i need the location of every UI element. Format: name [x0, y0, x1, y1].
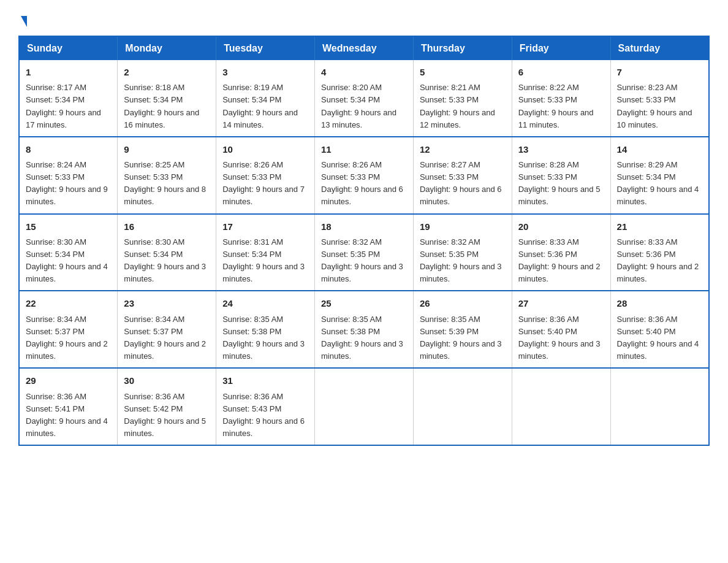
day-number: 27: [518, 296, 604, 310]
sunset-text: Sunset: 5:33 PM: [124, 172, 183, 182]
sunrise-text: Sunrise: 8:20 AM: [321, 83, 382, 92]
calendar-cell: 4Sunrise: 8:20 AMSunset: 5:34 PMDaylight…: [315, 60, 414, 137]
calendar-cell: 1Sunrise: 8:17 AMSunset: 5:34 PMDaylight…: [19, 60, 118, 137]
calendar-cell: 5Sunrise: 8:21 AMSunset: 5:33 PMDaylight…: [413, 60, 512, 137]
sunset-text: Sunset: 5:36 PM: [617, 250, 676, 259]
sunset-text: Sunset: 5:41 PM: [26, 404, 85, 413]
day-number: 12: [420, 142, 506, 156]
sunset-text: Sunset: 5:33 PM: [222, 172, 281, 182]
sunrise-text: Sunrise: 8:26 AM: [222, 160, 283, 169]
calendar-cell: 26Sunrise: 8:35 AMSunset: 5:39 PMDayligh…: [413, 291, 512, 368]
daylight-text: Daylight: 9 hours and 3 minutes.: [518, 339, 601, 361]
calendar-cell: 8Sunrise: 8:24 AMSunset: 5:33 PMDaylight…: [19, 137, 118, 214]
sunrise-text: Sunrise: 8:32 AM: [420, 237, 480, 247]
day-number: 10: [222, 142, 308, 156]
sunset-text: Sunset: 5:33 PM: [321, 172, 380, 182]
daylight-text: Daylight: 9 hours and 5 minutes.: [124, 416, 206, 438]
sunset-text: Sunset: 5:33 PM: [518, 95, 577, 104]
daylight-text: Daylight: 9 hours and 4 minutes.: [26, 262, 108, 283]
sunset-text: Sunset: 5:34 PM: [222, 95, 281, 104]
day-number: 3: [222, 65, 308, 79]
daylight-text: Daylight: 9 hours and 6 minutes.: [321, 185, 403, 206]
sunset-text: Sunset: 5:37 PM: [124, 327, 183, 336]
sunrise-text: Sunrise: 8:34 AM: [26, 315, 86, 324]
calendar-table: SundayMondayTuesdayWednesdayThursdayFrid…: [18, 36, 710, 446]
sunrise-text: Sunrise: 8:17 AM: [26, 83, 86, 92]
calendar-week-row: 22Sunrise: 8:34 AMSunset: 5:37 PMDayligh…: [19, 291, 709, 368]
sunset-text: Sunset: 5:40 PM: [518, 327, 577, 336]
daylight-text: Daylight: 9 hours and 6 minutes.: [420, 185, 502, 206]
calendar-cell: 24Sunrise: 8:35 AMSunset: 5:38 PMDayligh…: [216, 291, 315, 368]
sunrise-text: Sunrise: 8:35 AM: [420, 315, 480, 324]
sunrise-text: Sunrise: 8:25 AM: [124, 160, 184, 169]
day-number: 20: [518, 220, 604, 234]
sunrise-text: Sunrise: 8:28 AM: [518, 160, 579, 169]
sunset-text: Sunset: 5:33 PM: [518, 172, 577, 182]
calendar-cell: [512, 368, 610, 445]
calendar-cell: 18Sunrise: 8:32 AMSunset: 5:35 PMDayligh…: [315, 214, 414, 291]
daylight-text: Daylight: 9 hours and 16 minutes.: [124, 108, 199, 129]
sunset-text: Sunset: 5:42 PM: [124, 404, 183, 413]
calendar-cell: 13Sunrise: 8:28 AMSunset: 5:33 PMDayligh…: [512, 137, 610, 214]
sunrise-text: Sunrise: 8:34 AM: [124, 315, 184, 324]
daylight-text: Daylight: 9 hours and 10 minutes.: [617, 108, 692, 129]
calendar-week-row: 29Sunrise: 8:36 AMSunset: 5:41 PMDayligh…: [19, 368, 709, 445]
calendar-header-tuesday: Tuesday: [216, 36, 315, 60]
calendar-week-row: 15Sunrise: 8:30 AMSunset: 5:34 PMDayligh…: [19, 214, 709, 291]
day-number: 21: [617, 220, 702, 234]
day-number: 1: [26, 65, 111, 79]
sunset-text: Sunset: 5:33 PM: [26, 172, 85, 182]
daylight-text: Daylight: 9 hours and 9 minutes.: [26, 185, 108, 206]
sunset-text: Sunset: 5:34 PM: [222, 250, 281, 259]
day-number: 17: [222, 220, 308, 234]
daylight-text: Daylight: 9 hours and 7 minutes.: [222, 185, 305, 206]
daylight-text: Daylight: 9 hours and 14 minutes.: [222, 108, 298, 129]
daylight-text: Daylight: 9 hours and 3 minutes.: [420, 339, 502, 361]
calendar-cell: 27Sunrise: 8:36 AMSunset: 5:40 PMDayligh…: [512, 291, 610, 368]
day-number: 4: [321, 65, 407, 79]
day-number: 8: [26, 142, 111, 156]
calendar-cell: 20Sunrise: 8:33 AMSunset: 5:36 PMDayligh…: [512, 214, 610, 291]
day-number: 31: [222, 373, 308, 388]
calendar-cell: 6Sunrise: 8:22 AMSunset: 5:33 PMDaylight…: [512, 60, 610, 137]
daylight-text: Daylight: 9 hours and 4 minutes.: [617, 339, 699, 361]
daylight-text: Daylight: 9 hours and 2 minutes.: [26, 339, 108, 361]
sunset-text: Sunset: 5:33 PM: [420, 95, 479, 104]
day-number: 2: [124, 65, 210, 79]
daylight-text: Daylight: 9 hours and 3 minutes.: [321, 339, 403, 361]
day-number: 5: [420, 65, 506, 79]
calendar-cell: 19Sunrise: 8:32 AMSunset: 5:35 PMDayligh…: [413, 214, 512, 291]
calendar-week-row: 8Sunrise: 8:24 AMSunset: 5:33 PMDaylight…: [19, 137, 709, 214]
daylight-text: Daylight: 9 hours and 2 minutes.: [617, 262, 699, 283]
calendar-cell: 28Sunrise: 8:36 AMSunset: 5:40 PMDayligh…: [610, 291, 709, 368]
sunset-text: Sunset: 5:43 PM: [222, 404, 281, 413]
daylight-text: Daylight: 9 hours and 5 minutes.: [518, 185, 601, 206]
calendar-cell: 7Sunrise: 8:23 AMSunset: 5:33 PMDaylight…: [610, 60, 709, 137]
calendar-header-wednesday: Wednesday: [315, 36, 414, 60]
sunrise-text: Sunrise: 8:36 AM: [617, 315, 678, 324]
day-number: 24: [222, 296, 308, 310]
daylight-text: Daylight: 9 hours and 17 minutes.: [26, 108, 101, 129]
calendar-cell: 22Sunrise: 8:34 AMSunset: 5:37 PMDayligh…: [19, 291, 118, 368]
day-number: 11: [321, 142, 407, 156]
sunset-text: Sunset: 5:39 PM: [420, 327, 479, 336]
sunset-text: Sunset: 5:38 PM: [321, 327, 380, 336]
daylight-text: Daylight: 9 hours and 11 minutes.: [518, 108, 594, 129]
sunrise-text: Sunrise: 8:33 AM: [617, 237, 678, 247]
sunrise-text: Sunrise: 8:31 AM: [222, 237, 283, 247]
calendar-cell: 23Sunrise: 8:34 AMSunset: 5:37 PMDayligh…: [118, 291, 216, 368]
logo: [18, 12, 27, 23]
day-number: 28: [617, 296, 702, 310]
calendar-cell: 10Sunrise: 8:26 AMSunset: 5:33 PMDayligh…: [216, 137, 315, 214]
sunset-text: Sunset: 5:36 PM: [518, 250, 577, 259]
sunrise-text: Sunrise: 8:21 AM: [420, 83, 480, 92]
calendar-cell: 25Sunrise: 8:35 AMSunset: 5:38 PMDayligh…: [315, 291, 414, 368]
sunset-text: Sunset: 5:34 PM: [321, 95, 380, 104]
calendar-cell: 9Sunrise: 8:25 AMSunset: 5:33 PMDaylight…: [118, 137, 216, 214]
sunrise-text: Sunrise: 8:32 AM: [321, 237, 382, 247]
daylight-text: Daylight: 9 hours and 13 minutes.: [321, 108, 396, 129]
sunset-text: Sunset: 5:33 PM: [420, 172, 479, 182]
sunset-text: Sunset: 5:34 PM: [26, 95, 85, 104]
sunrise-text: Sunrise: 8:19 AM: [222, 83, 283, 92]
sunset-text: Sunset: 5:34 PM: [26, 250, 85, 259]
